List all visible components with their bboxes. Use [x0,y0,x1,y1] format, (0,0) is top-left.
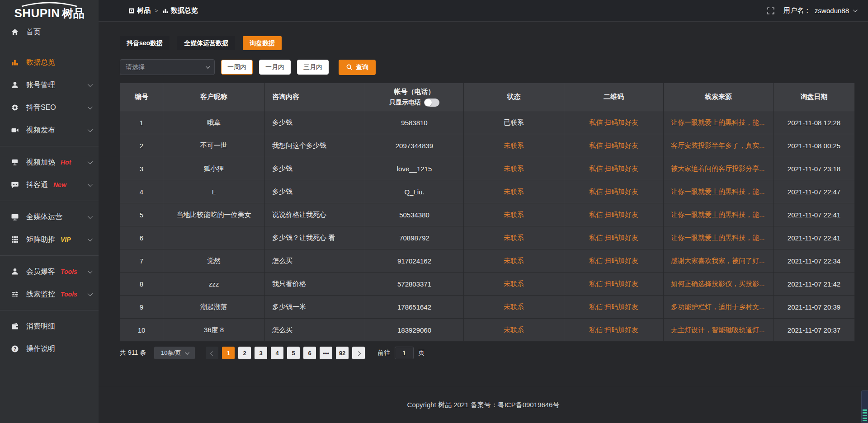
sidebar-item-account-mgmt[interactable]: 账号管理 [0,74,99,96]
cell-qrcode-links[interactable]: 私信 扫码加好友 [564,111,664,134]
cell-qrcode-links[interactable]: 私信 扫码加好友 [564,134,664,157]
cell-qrcode-links[interactable]: 私信 扫码加好友 [564,180,664,203]
tools-badge: Tools [61,291,77,298]
cell-qrcode-links[interactable]: 私信 扫码加好友 [564,273,664,296]
app-square-icon [128,8,135,14]
cell-date: 2021-11-07 21:42 [774,273,855,296]
cell-source-link[interactable]: 感谢大家喜欢我家，被问了好... [664,249,774,273]
table-row: 8 zzz 我只看价格 572803371 未联系 私信 扫码加好友 如何正确选… [120,273,855,296]
cell-status: 已联系 [464,111,564,134]
phone-only-toggle[interactable] [424,99,439,107]
corner-widget[interactable] [861,390,868,423]
cell-account: 50534380 [365,203,464,226]
cell-qrcode-links[interactable]: 私信 扫码加好友 [564,296,664,319]
col-account-label: 帐号（电话） [394,88,435,96]
sidebar-item-video-publish[interactable]: 视频发布 [0,119,99,141]
cell-no: 9 [120,296,163,319]
sidebar: SHUPIN 树品 首页 数据总览 账号管理 抖音SEO 视频发布 [0,0,99,423]
sidebar-item-douketong[interactable]: 抖客通 New [0,174,99,196]
chevron-down-icon [206,64,210,69]
cell-status: 未联系 [464,157,564,180]
total-count: 共 911 条 [120,349,146,357]
data-tab[interactable]: 询盘数据 [243,36,282,50]
cell-qrcode-links[interactable]: 私信 扫码加好友 [564,249,664,273]
cell-account: 9583810 [365,111,464,134]
sidebar-item-matrix-boost[interactable]: 矩阵助推 VIP [0,228,99,251]
page-button[interactable]: 4 [271,347,283,359]
cell-source-link[interactable]: 如何正确选择投影仪，买投影... [664,273,774,296]
cell-source-link[interactable]: 让你一眼就爱上的黑科技，能... [664,226,774,249]
page-button[interactable]: 2 [238,347,251,359]
col-qrcode: 二维码 [564,83,664,111]
home-icon [10,28,19,37]
cell-content: 说说价格让我死心 [265,203,365,226]
cell-date: 2021-11-07 20:39 [774,296,855,319]
cell-source-link[interactable]: 无主灯设计，智能磁吸轨道灯... [664,319,774,342]
page-button[interactable]: 92 [336,347,349,359]
sidebar-item-home[interactable]: 首页 [0,21,99,43]
cell-status: 未联系 [464,203,564,226]
cell-date: 2021-11-07 22:34 [774,249,855,273]
page-button[interactable]: 6 [303,347,316,359]
username-label: 用户名： [783,6,811,15]
bar-chart-icon [10,58,19,67]
cell-source-link[interactable]: 让你一眼就爱上的黑科技，能... [664,203,774,226]
sidebar-item-lead-monitor[interactable]: 线索监控 Tools [0,283,99,306]
page-button[interactable]: 1 [222,347,235,359]
breadcrumb-separator: > [155,7,158,14]
goto-page-input[interactable] [395,347,414,359]
cell-no: 1 [120,111,163,134]
pagination: 共 911 条 10条/页 123456•••92 前往 页 [120,347,854,359]
cell-no: 6 [120,226,163,249]
fullscreen-icon[interactable] [767,7,774,14]
prev-page-button[interactable] [206,347,218,359]
sidebar-item-douyin-seo[interactable]: 抖音SEO [0,96,99,119]
cell-nickname: zzz [163,273,265,296]
cell-nickname: 狐小狸 [163,157,265,180]
date-range-button[interactable]: 一周内 [221,60,253,75]
cell-source-link[interactable]: 让你一眼就爱上的黑科技，能... [664,111,774,134]
sidebar-item-spending-detail[interactable]: 消费明细 [0,315,99,338]
cell-status: 未联系 [464,319,564,342]
sidebar-item-omnimedia[interactable]: 全媒体运营 [0,206,99,228]
data-tab[interactable]: 抖音seo数据 [120,36,170,50]
cell-source-link[interactable]: 客厅安装投影半年多了，真实... [664,134,774,157]
cell-status: 未联系 [464,296,564,319]
sidebar-item-help[interactable]: ? 操作说明 [0,338,99,360]
account-select[interactable]: 请选择 [120,59,215,75]
cell-content: 我想问这个多少钱 [265,134,365,157]
chevron-down-icon [853,8,858,12]
cell-date: 2021-11-07 22:47 [774,180,855,203]
user-menu[interactable]: 用户名： zswodun88 [783,6,856,15]
cell-qrcode-links[interactable]: 私信 扫码加好友 [564,203,664,226]
page-button[interactable]: 3 [255,347,267,359]
breadcrumb-root[interactable]: 树品 [137,6,151,15]
menu-divider [0,255,99,256]
cell-source-link[interactable]: 让你一眼就爱上的黑科技，能... [664,180,774,203]
cell-account: Q_Liu. [365,180,464,203]
sidebar-item-member-leads[interactable]: 会员爆客 Tools [0,260,99,283]
cell-qrcode-links[interactable]: 私信 扫码加好友 [564,226,664,249]
cell-source-link[interactable]: 被大家追着问的客厅投影分享... [664,157,774,180]
bar-chart-icon [162,8,169,14]
page-size-select[interactable]: 10条/页 [154,347,195,359]
toggle-knob [425,99,432,106]
chevron-down-icon [88,104,93,109]
cell-source-link[interactable]: 多功能护栏灯，适用于乡村文... [664,296,774,319]
cell-status: 未联系 [464,249,564,273]
search-button[interactable]: 查询 [339,60,376,75]
sidebar-item-data-overview[interactable]: 数据总览 [0,51,99,74]
sidebar-item-video-heat[interactable]: 视频加热 Hot [0,151,99,174]
table-row: 4 L 多少钱 Q_Liu. 未联系 私信 扫码加好友 让你一眼就爱上的黑科技，… [120,180,855,203]
page-button[interactable]: ••• [320,347,332,359]
data-tab[interactable]: 全媒体运营数据 [177,36,235,50]
cell-date: 2021-11-07 22:41 [774,226,855,249]
next-page-button[interactable] [352,347,365,359]
cell-qrcode-links[interactable]: 私信 扫码加好友 [564,157,664,180]
cell-content: 多少钱一米 [265,296,365,319]
date-range-button[interactable]: 三月内 [297,60,329,75]
date-range-button[interactable]: 一月内 [259,60,291,75]
cell-qrcode-links[interactable]: 私信 扫码加好友 [564,319,664,342]
video-camera-icon [10,126,19,135]
page-button[interactable]: 5 [287,347,300,359]
